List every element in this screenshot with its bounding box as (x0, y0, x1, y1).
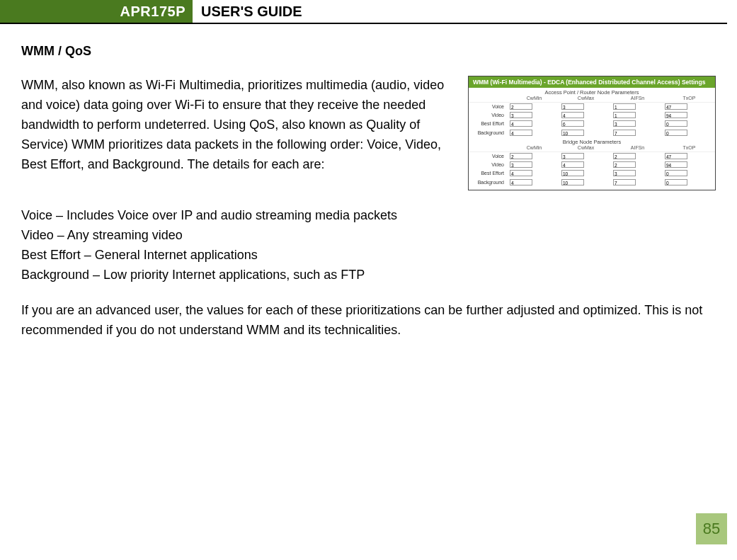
page-content: WMM / QoS WMM, also known as Wi-Fi Multi… (0, 24, 737, 340)
panel-banner: WMM (Wi-Fi Multimedia) - EDCA (Enhanced … (469, 76, 715, 88)
table-row: Background 4 10 7 0 (469, 129, 715, 137)
header-model: APR175P (0, 0, 193, 23)
intro-row: WMM, also known as Wi-Fi Multimedia, pri… (21, 76, 716, 190)
wmm-input[interactable]: 4 (510, 130, 532, 136)
col-aifsn: AIFSn (612, 145, 663, 152)
header-bar: APR175P USER'S GUIDE (0, 0, 727, 24)
table-row: Video 3 4 1 94 (469, 111, 715, 120)
wmm-input[interactable]: 2 (510, 103, 532, 110)
wmm-input[interactable]: 0 (665, 120, 687, 127)
closing-text: If you are an advanced user, the values … (21, 301, 716, 341)
row-label: Background (469, 178, 508, 187)
wmm-input[interactable]: 2 (613, 161, 636, 168)
wmm-input[interactable]: 4 (561, 161, 584, 168)
row-label: Voice (469, 102, 508, 111)
panel-table-1: CwMin CwMax AIFSn TxOP Voice 2 3 1 47 Vi… (469, 96, 715, 137)
col-cwmin: CwMin (508, 145, 560, 152)
wmm-input[interactable]: 47 (665, 103, 687, 110)
def-video: Video – Any streaming video (21, 226, 716, 246)
row-label: Best Effort (469, 169, 508, 178)
wmm-input[interactable]: 1 (613, 112, 636, 118)
table-row: Background 4 10 7 0 (469, 178, 715, 187)
header-title: USER'S GUIDE (193, 0, 302, 23)
def-background: Background – Low priority Internet appli… (21, 265, 716, 285)
wmm-input[interactable]: 94 (665, 112, 687, 118)
wmm-input[interactable]: 10 (561, 130, 584, 136)
def-best-effort: Best Effort – General Internet applicati… (21, 246, 716, 265)
def-voice: Voice – Includes Voice over IP and audio… (21, 206, 716, 226)
wmm-input[interactable]: 3 (561, 153, 584, 159)
wmm-input[interactable]: 6 (561, 120, 584, 127)
wmm-settings-panel: WMM (Wi-Fi Multimedia) - EDCA (Enhanced … (468, 76, 716, 190)
page-number: 85 (696, 513, 727, 544)
wmm-input[interactable]: 0 (665, 130, 687, 136)
col-txop: TxOP (663, 96, 715, 102)
col-cwmax: CwMax (560, 96, 612, 102)
section-heading: WMM / QoS (21, 44, 716, 59)
table-row: Best Effort 4 6 3 0 (469, 120, 715, 128)
wmm-input[interactable]: 3 (561, 103, 584, 110)
wmm-input[interactable]: 10 (561, 170, 584, 176)
wmm-input[interactable]: 3 (510, 161, 532, 168)
wmm-input[interactable]: 0 (665, 179, 687, 185)
wmm-input[interactable]: 0 (665, 170, 687, 176)
wmm-input[interactable]: 3 (613, 170, 636, 176)
row-label: Video (469, 161, 508, 169)
row-label: Best Effort (469, 120, 508, 128)
row-label: Background (469, 129, 508, 137)
col-txop: TxOP (663, 145, 715, 152)
wmm-input[interactable]: 1 (613, 103, 636, 110)
table-row: Best Effort 4 10 3 0 (469, 169, 715, 178)
definitions-block: Voice – Includes Voice over IP and audio… (21, 206, 716, 285)
wmm-input[interactable]: 4 (510, 120, 532, 127)
table-row: Voice 2 3 2 47 (469, 152, 715, 161)
wmm-input[interactable]: 3 (510, 112, 532, 118)
wmm-input[interactable]: 47 (665, 153, 687, 159)
wmm-input[interactable]: 2 (510, 153, 532, 159)
wmm-input[interactable]: 2 (613, 153, 636, 159)
panel-table-2: CwMin CwMax AIFSn TxOP Voice 2 3 2 47 Vi… (469, 145, 715, 187)
col-cwmax: CwMax (560, 145, 612, 152)
panel-group1-title: Access Point / Router Node Parameters (469, 88, 715, 96)
wmm-input[interactable]: 4 (561, 112, 584, 118)
col-cwmin: CwMin (508, 96, 560, 102)
row-label: Video (469, 111, 508, 120)
row-label: Voice (469, 152, 508, 161)
col-aifsn: AIFSn (612, 96, 663, 102)
table-row: Video 3 4 2 94 (469, 161, 715, 169)
panel-group2-title: Bridge Node Parameters (469, 137, 715, 145)
wmm-input[interactable]: 94 (665, 161, 687, 168)
wmm-input[interactable]: 10 (561, 179, 584, 185)
wmm-input[interactable]: 4 (510, 170, 532, 176)
intro-text: WMM, also known as Wi-Fi Multimedia, pri… (21, 76, 452, 190)
wmm-input[interactable]: 7 (613, 130, 636, 136)
wmm-input[interactable]: 4 (510, 179, 532, 185)
wmm-input[interactable]: 7 (613, 179, 636, 185)
table-row: Voice 2 3 1 47 (469, 102, 715, 111)
wmm-input[interactable]: 3 (613, 120, 636, 127)
